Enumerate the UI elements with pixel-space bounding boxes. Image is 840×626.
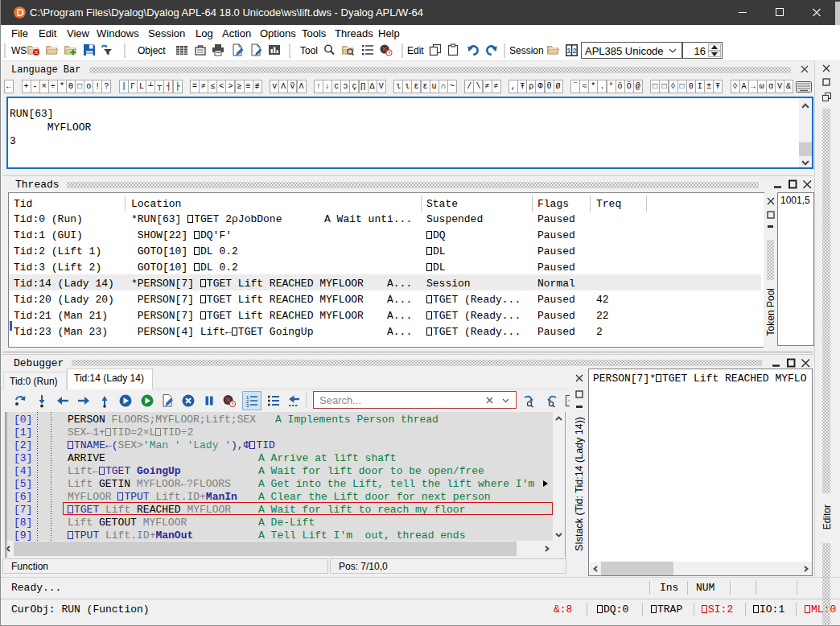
svg-text:1: 1	[566, 46, 571, 55]
svg-text:2: 2	[573, 46, 577, 55]
svg-text:3: 3	[246, 403, 249, 408]
